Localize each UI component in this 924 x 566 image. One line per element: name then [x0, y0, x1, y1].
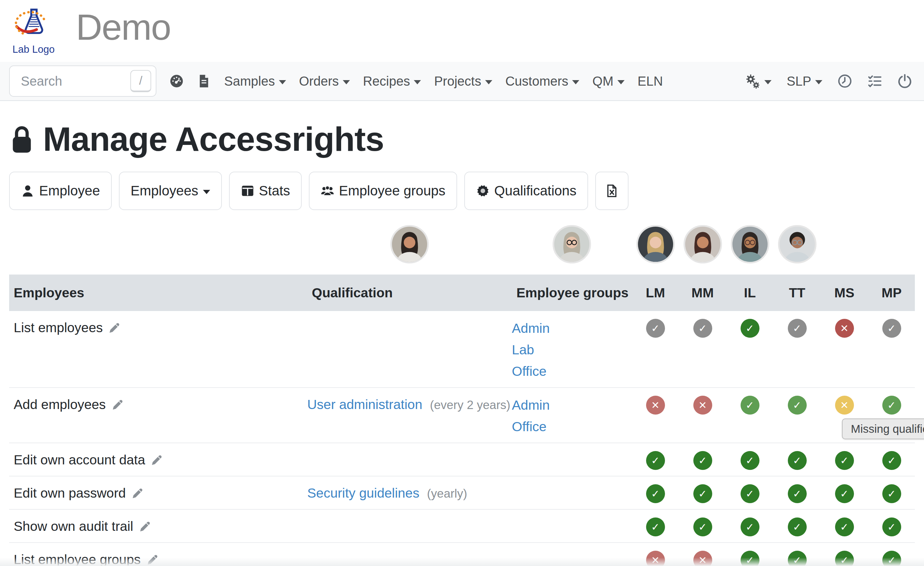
status-check-icon[interactable]: ✓ [646, 484, 665, 503]
status-check-icon[interactable]: ✓ [741, 551, 759, 566]
col-header-user-lm: LM [632, 285, 679, 301]
settings-gears-menu[interactable] [744, 73, 771, 88]
edit-pencil-icon[interactable] [112, 399, 123, 411]
status-check-icon[interactable]: ✓ [882, 396, 901, 415]
search-group: / [9, 66, 156, 97]
status-check-icon[interactable]: ✓ [882, 319, 901, 338]
status-x-icon[interactable]: ✕ [646, 396, 665, 415]
status-check-icon[interactable]: ✓ [693, 451, 712, 470]
avatar-lm[interactable] [390, 225, 429, 264]
avatar-mm[interactable] [553, 225, 591, 264]
status-check-icon[interactable]: ✓ [882, 484, 901, 503]
employee-group-link[interactable]: Office [512, 416, 632, 437]
employee-groups-button[interactable]: Employee groups [309, 172, 457, 210]
status-x-icon[interactable]: ✕ [835, 319, 854, 338]
chevron-down-icon [279, 80, 286, 84]
avatar-mp[interactable] [778, 225, 816, 264]
lab-logo[interactable]: Lab Logo [9, 6, 58, 55]
task-checklist-icon[interactable] [867, 73, 882, 88]
search-shortcut-key: / [130, 70, 151, 92]
nav-qm[interactable]: QM [592, 74, 624, 88]
status-check-icon[interactable]: ✓ [693, 319, 712, 338]
col-header-user-ms: MS [821, 285, 868, 301]
brand-bar: Lab Logo Demo [0, 0, 924, 62]
nav-samples[interactable]: Samples [224, 74, 286, 88]
table-row: List employee groups ✕✕✓✓✓✓ [9, 543, 915, 566]
status-check-icon[interactable]: ✓ [646, 319, 665, 338]
status-check-icon[interactable]: ✓ [741, 319, 759, 338]
status-check-icon[interactable]: ✓ [741, 451, 759, 470]
status-check-icon[interactable]: ✓ [788, 396, 807, 415]
status-check-icon[interactable]: ✓ [741, 518, 759, 536]
col-header-employees: Employees [9, 285, 307, 301]
export-excel-button[interactable] [595, 172, 628, 210]
status-check-icon[interactable]: ✓ [646, 518, 665, 536]
nav-customers[interactable]: Customers [506, 74, 579, 88]
qualifications-button[interactable]: Qualifications [464, 172, 588, 210]
dashboard-tachometer-icon[interactable] [170, 74, 184, 88]
status-check-icon[interactable]: ✓ [788, 551, 807, 566]
avatar-strip [9, 225, 915, 264]
status-check-icon[interactable]: ✓ [835, 484, 854, 503]
employee-group-link[interactable]: Admin [512, 394, 632, 416]
employees-dropdown-button[interactable]: Employees [119, 172, 222, 210]
nav-recipes[interactable]: Recipes [363, 74, 421, 88]
stats-button[interactable]: Stats [229, 172, 302, 210]
avatar-tt[interactable] [684, 225, 722, 264]
edit-pencil-icon[interactable] [151, 454, 163, 466]
employee-group-link[interactable]: Admin [512, 317, 632, 339]
nav-eln[interactable]: ELN [638, 74, 663, 88]
status-check-icon[interactable]: ✓ [646, 451, 665, 470]
status-check-icon[interactable]: ✓ [882, 518, 901, 536]
qualification-link[interactable]: Security guidelines [307, 485, 419, 500]
chevron-down-icon [572, 80, 579, 84]
logout-power-icon[interactable] [897, 73, 912, 88]
edit-pencil-icon[interactable] [147, 554, 158, 566]
status-check-icon[interactable]: ✓ [788, 451, 807, 470]
nav-projects[interactable]: Projects [434, 74, 492, 88]
edit-pencil-icon[interactable] [139, 521, 151, 533]
row-action-label: Show own audit trail [14, 516, 133, 536]
status-check-icon[interactable]: ✓ [788, 518, 807, 536]
employee-group-link[interactable]: Office [512, 361, 632, 382]
status-check-icon[interactable]: ✓ [788, 319, 807, 338]
status-x-icon[interactable]: ✕ [693, 551, 712, 566]
status-check-icon[interactable]: ✓ [788, 484, 807, 503]
status-check-icon[interactable]: ✓ [741, 396, 759, 415]
avatar-il[interactable] [636, 225, 675, 264]
app-title: Demo [76, 9, 171, 46]
edit-pencil-icon[interactable] [108, 322, 120, 334]
chevron-down-icon [485, 80, 492, 84]
status-x-icon[interactable]: ✕ [646, 551, 665, 566]
status-check-icon[interactable]: ✓ [741, 484, 759, 503]
page-title: Manage Accessrights [43, 120, 384, 159]
main-content: Manage Accessrights Employee Employees S… [0, 120, 924, 566]
status-check-icon[interactable]: ✓ [882, 451, 901, 470]
navbar-right-group: SLP [744, 73, 912, 88]
status-check-icon[interactable]: ✓ [693, 484, 712, 503]
qualification-interval: (yearly) [427, 487, 467, 500]
col-header-user-mm: MM [679, 285, 726, 301]
document-icon[interactable] [197, 74, 211, 88]
status-x-icon[interactable]: ✕ [693, 396, 712, 415]
employee-group-link[interactable]: Lab [512, 339, 632, 361]
edit-pencil-icon[interactable] [132, 488, 143, 499]
status-check-icon[interactable]: ✓ [835, 451, 854, 470]
clock-icon[interactable] [837, 73, 852, 88]
avatar-ms[interactable] [731, 225, 769, 264]
row-action-label: List employee groups [14, 550, 141, 566]
status-check-icon[interactable]: ✓ [882, 551, 901, 566]
row-action-label: Edit own password [14, 483, 126, 503]
missing-qualification-tooltip: Missing qualification [842, 418, 924, 439]
status-check-icon[interactable]: ✓ [693, 518, 712, 536]
status-check-icon[interactable]: ✓ [835, 551, 854, 566]
chevron-down-icon [815, 80, 822, 84]
nav-orders[interactable]: Orders [299, 74, 350, 88]
nav-slp-menu[interactable]: SLP [786, 74, 822, 88]
status-check-icon[interactable]: ✓ [835, 518, 854, 536]
main-navbar: / Samples Orders Recipes Projects Custom… [0, 62, 924, 101]
employee-button[interactable]: Employee [9, 172, 112, 210]
col-header-user-tt: TT [774, 285, 821, 301]
qualification-link[interactable]: User administration [307, 397, 422, 412]
status-x-icon[interactable]: ✕ [835, 396, 854, 415]
